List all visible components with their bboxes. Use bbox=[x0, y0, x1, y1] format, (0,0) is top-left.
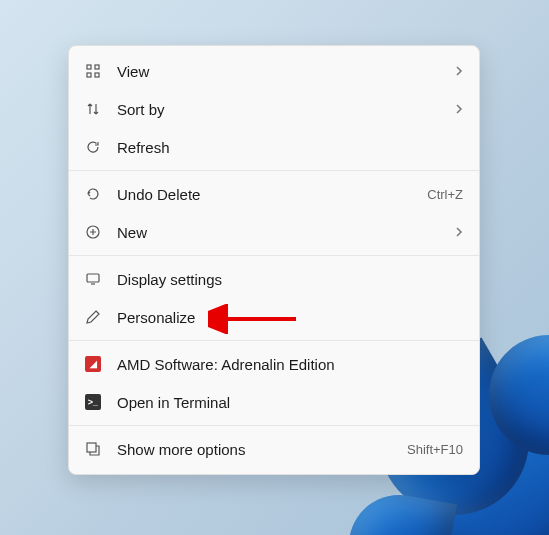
new-icon bbox=[85, 224, 117, 240]
menu-separator bbox=[69, 425, 479, 426]
svg-rect-2 bbox=[87, 73, 91, 77]
menu-item-personalize[interactable]: Personalize bbox=[69, 298, 479, 336]
menu-item-label: New bbox=[117, 224, 447, 241]
amd-icon: ◢ bbox=[85, 356, 117, 372]
undo-icon bbox=[85, 186, 117, 202]
svg-rect-1 bbox=[95, 65, 99, 69]
menu-item-label: Display settings bbox=[117, 271, 463, 288]
svg-rect-6 bbox=[87, 443, 96, 452]
menu-item-display-settings[interactable]: Display settings bbox=[69, 260, 479, 298]
menu-separator bbox=[69, 340, 479, 341]
menu-item-show-more-options[interactable]: Show more options Shift+F10 bbox=[69, 430, 479, 468]
menu-item-label: Sort by bbox=[117, 101, 447, 118]
svg-rect-3 bbox=[95, 73, 99, 77]
chevron-right-icon bbox=[447, 226, 463, 238]
chevron-right-icon bbox=[447, 65, 463, 77]
menu-item-label: AMD Software: Adrenalin Edition bbox=[117, 356, 463, 373]
menu-item-view[interactable]: View bbox=[69, 52, 479, 90]
menu-item-label: Show more options bbox=[117, 441, 407, 458]
menu-separator bbox=[69, 255, 479, 256]
terminal-icon: >_ bbox=[85, 394, 117, 410]
chevron-right-icon bbox=[447, 103, 463, 115]
menu-item-label: View bbox=[117, 63, 447, 80]
menu-item-amd-software[interactable]: ◢ AMD Software: Adrenalin Edition bbox=[69, 345, 479, 383]
sort-icon bbox=[85, 101, 117, 117]
svg-rect-5 bbox=[87, 274, 99, 282]
menu-separator bbox=[69, 170, 479, 171]
menu-item-shortcut: Ctrl+Z bbox=[427, 187, 463, 202]
refresh-icon bbox=[85, 139, 117, 155]
menu-item-refresh[interactable]: Refresh bbox=[69, 128, 479, 166]
menu-item-new[interactable]: New bbox=[69, 213, 479, 251]
menu-item-sort-by[interactable]: Sort by bbox=[69, 90, 479, 128]
menu-item-open-terminal[interactable]: >_ Open in Terminal bbox=[69, 383, 479, 421]
svg-rect-0 bbox=[87, 65, 91, 69]
more-options-icon bbox=[85, 441, 117, 457]
menu-item-label: Undo Delete bbox=[117, 186, 427, 203]
menu-item-undo-delete[interactable]: Undo Delete Ctrl+Z bbox=[69, 175, 479, 213]
display-icon bbox=[85, 271, 117, 287]
menu-item-label: Refresh bbox=[117, 139, 463, 156]
desktop-context-menu: View Sort by Refresh Undo D bbox=[68, 45, 480, 475]
menu-item-label: Open in Terminal bbox=[117, 394, 463, 411]
view-icon bbox=[85, 63, 117, 79]
menu-item-label: Personalize bbox=[117, 309, 463, 326]
menu-item-shortcut: Shift+F10 bbox=[407, 442, 463, 457]
personalize-icon bbox=[85, 309, 117, 325]
